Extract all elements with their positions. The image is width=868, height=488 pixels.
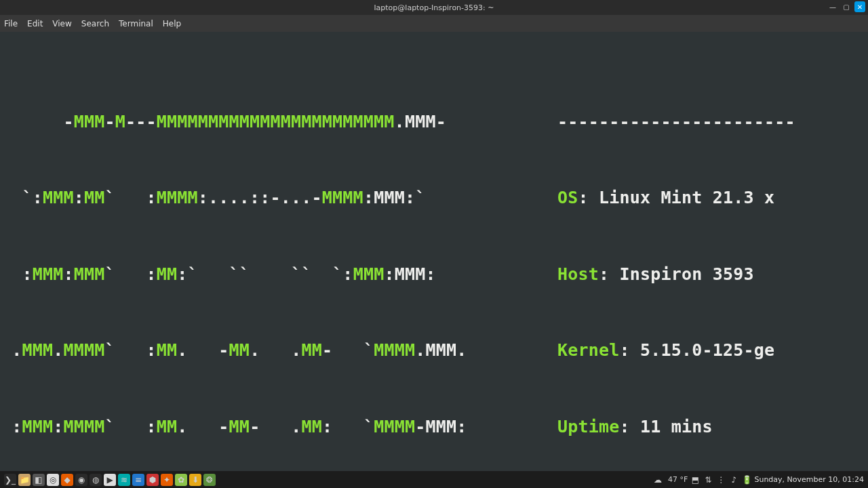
info-separator: ----------------------- <box>557 109 867 135</box>
taskbar-launchers: ❯_ 📁 ◧ ◎ ◆ ◉ ◍ ▶ ≋ ≡ ⬢ ✦ ✿ ⬇ ❂ <box>4 474 216 486</box>
terminal-viewport[interactable]: -MMM-M---MMMMMMMMMMMMMMMMMMMMMMM.MMM- --… <box>0 32 868 472</box>
window-maximize-button[interactable]: ▢ <box>841 1 852 12</box>
launcher-mint-menu-icon[interactable]: ❂ <box>203 474 216 486</box>
info-kernel: Kernel: 5.15.0-125-ge <box>557 338 867 363</box>
launcher-app-icon[interactable]: ◧ <box>33 474 45 486</box>
launcher-wave-icon[interactable]: ≋ <box>118 474 130 486</box>
window-minimize-button[interactable]: — <box>827 1 838 12</box>
menu-terminal[interactable]: Terminal <box>119 19 153 28</box>
window-titlebar: laptop@laptop-Inspiron-3593: ~ — ▢ ✕ <box>0 0 868 15</box>
tray-icon-1[interactable]: ⬒ <box>690 474 701 485</box>
launcher-play-icon[interactable]: ▶ <box>104 474 116 486</box>
launcher-brave-icon[interactable]: ◆ <box>61 474 73 486</box>
info-host: Host: Inspiron 3593 <box>557 262 867 287</box>
menu-search[interactable]: Search <box>81 19 109 28</box>
menu-edit[interactable]: Edit <box>27 19 43 28</box>
launcher-app4-icon[interactable]: ✦ <box>161 474 173 486</box>
launcher-app6-icon[interactable]: ⬇ <box>189 474 201 486</box>
taskbar-tray: ☁ 47 °F ⬒ ⇅ ⋮ ♪ 🔋 Sunday, November 10, 0… <box>652 474 864 485</box>
tray-temperature[interactable]: 47 °F <box>668 475 688 484</box>
launcher-app5-icon[interactable]: ✿ <box>175 474 187 486</box>
tray-weather-icon[interactable]: ☁ <box>652 474 663 485</box>
launcher-steam-icon[interactable]: ◍ <box>90 474 102 486</box>
tray-clock[interactable]: Sunday, November 10, 01:24 <box>754 475 864 484</box>
menu-file[interactable]: File <box>4 19 18 28</box>
menu-view[interactable]: View <box>52 19 71 28</box>
info-uptime: Uptime: 11 mins <box>557 414 867 440</box>
launcher-terminal-icon[interactable]: ❯_ <box>4 474 16 486</box>
neofetch-logo: -MMM-M---MMMMMMMMMMMMMMMMMMMMMMM.MMM- <box>1 109 557 135</box>
taskbar-panel: ❯_ 📁 ◧ ◎ ◆ ◉ ◍ ▶ ≋ ≡ ⬢ ✦ ✿ ⬇ ❂ ☁ 47 °F ⬒… <box>0 471 868 488</box>
launcher-app2-icon[interactable]: ≡ <box>132 474 144 486</box>
launcher-files-icon[interactable]: 📁 <box>18 474 31 486</box>
launcher-obs-icon[interactable]: ◉ <box>75 474 87 486</box>
tray-sound-icon[interactable]: ♪ <box>728 474 739 485</box>
launcher-chrome-icon[interactable]: ◎ <box>47 474 59 486</box>
tray-battery-icon[interactable]: 🔋 <box>741 474 752 485</box>
window-title: laptop@laptop-Inspiron-3593: ~ <box>374 3 494 12</box>
menu-bar: File Edit View Search Terminal Help <box>0 15 868 32</box>
tray-network-icon[interactable]: ⇅ <box>703 474 713 485</box>
info-os: OS: Linux Mint 21.3 x <box>557 185 867 211</box>
menu-help[interactable]: Help <box>163 19 181 28</box>
launcher-app3-icon[interactable]: ⬢ <box>146 474 159 486</box>
tray-icon-3[interactable]: ⋮ <box>715 474 726 485</box>
window-close-button[interactable]: ✕ <box>854 1 865 12</box>
